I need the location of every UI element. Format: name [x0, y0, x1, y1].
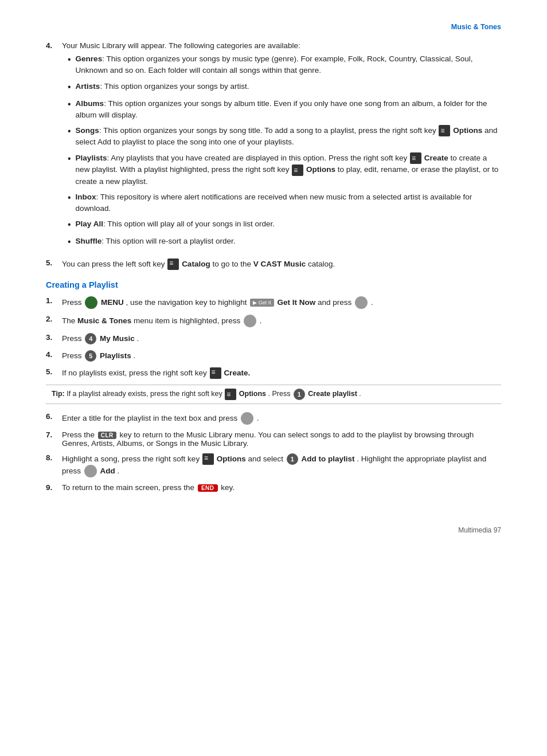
ps2-text1: The: [62, 316, 77, 325]
late-step-9: 9. To return to the main screen, press t…: [46, 483, 501, 492]
inbox-text: : This repository is where alert notific…: [76, 193, 472, 213]
footer-page: 97: [494, 526, 501, 534]
artists-term: Artists: [76, 82, 100, 91]
get-it-now-label: Get It Now: [277, 298, 315, 307]
ps2-content: The Music & Tones menu item is highlight…: [62, 315, 501, 327]
genres-text: : This option organizes your songs by mu…: [76, 54, 473, 75]
playall-term: Play All: [76, 220, 103, 228]
tip-box: Tip: If a playlist already exists, press…: [46, 385, 501, 404]
category-list: Genres: This option organizes your songs…: [68, 53, 501, 249]
tip-num-circle: 1: [294, 389, 305, 400]
ps5-content: If no playlists exist, press the right s…: [62, 367, 501, 379]
ls8-text4: .: [118, 467, 120, 475]
step-5-text3: catalog.: [308, 260, 335, 268]
step-4-content: Your Music Library will appear. The foll…: [62, 41, 501, 253]
ps5-number: 5.: [46, 367, 62, 379]
ps3-text1: Press: [62, 334, 84, 343]
ls8-text2: and select: [248, 455, 285, 463]
section-title: Music & Tones: [451, 23, 501, 31]
footer-label: Multimedia: [458, 526, 491, 534]
ok-icon-1: [355, 296, 368, 309]
ok-icon-3: [241, 412, 253, 425]
ps1-text2: , use the navigation key to highlight: [126, 298, 249, 307]
ps4-number: 4.: [46, 350, 62, 362]
ps2-text3: .: [260, 316, 262, 325]
ps4-text2: .: [134, 351, 136, 360]
shuffle-term: Shuffle: [76, 237, 102, 245]
creating-playlist-heading: Creating a Playlist: [46, 280, 501, 289]
options-icon-3: [202, 453, 214, 465]
step-4-text: Your Music Library will appear. The foll…: [62, 41, 300, 50]
num-1-circle: 1: [287, 453, 298, 465]
ps3-content: Press 4 My Music .: [62, 333, 501, 344]
my-music-label: My Music: [100, 334, 135, 343]
step-5-number: 5.: [46, 258, 62, 270]
create-soft-icon: [210, 367, 221, 379]
ps2-text2: menu item is highlighted, press: [134, 316, 243, 325]
list-item: Albums: This option organizes your songs…: [68, 98, 501, 122]
end-button: END: [198, 484, 218, 492]
create-btn-label: Create.: [224, 369, 250, 377]
list-item: Artists: This option organizes your song…: [68, 81, 501, 94]
tip-text1: If a playlist already exists, press the …: [67, 390, 224, 398]
ps3-text2: .: [137, 334, 139, 343]
late-step-7: 7. Press the CLR key to return to the Mu…: [46, 430, 501, 448]
num-5-circle: 5: [85, 350, 96, 362]
menu-label: MENU: [101, 298, 124, 307]
ls7-text2: key to return to the Music Library menu.…: [62, 430, 474, 448]
ps1-content: Press MENU , use the navigation key to h…: [62, 296, 501, 309]
albums-text: : This option organizes your songs by al…: [76, 99, 487, 119]
ls7-text1: Press the: [62, 430, 97, 439]
ls6-text1: Enter a title for the playlist in the te…: [62, 414, 240, 422]
ps1-text3: and press: [318, 298, 354, 307]
tip-text3: .: [359, 390, 361, 398]
ps5-text1: If no playlists exist, press the right s…: [62, 369, 209, 377]
add-to-playlist-label: Add to playlist: [301, 455, 354, 463]
tip-label: Tip:: [52, 390, 65, 398]
list-item: Play All: This option will play all of y…: [68, 218, 501, 232]
late-step-6: 6. Enter a title for the playlist in the…: [46, 412, 501, 425]
ps4-content: Press 5 Playlists .: [62, 350, 501, 362]
clr-button: CLR: [98, 432, 116, 439]
options-label-2: Options: [306, 165, 335, 174]
list-item: Playlists: Any playlists that you have c…: [68, 152, 501, 187]
inbox-term: Inbox: [76, 193, 96, 201]
shuffle-text: : This option will re-sort a playlist or…: [101, 237, 235, 245]
ls7-number: 7.: [46, 430, 62, 448]
options-label-3: Options: [217, 455, 246, 463]
tip-options-icon: [225, 389, 236, 400]
ok-icon-2: [244, 315, 256, 327]
playlist-step-5: 5. If no playlists exist, press the righ…: [46, 367, 501, 379]
catalog-label: Catalog: [182, 260, 210, 268]
list-item: Shuffle: This option will re-sort a play…: [68, 236, 501, 249]
ls6-number: 6.: [46, 412, 62, 425]
ps1-text1: Press: [62, 298, 84, 307]
playlist-step-1: 1. Press MENU , use the navigation key t…: [46, 296, 501, 309]
ls9-text1: To return to the main screen, press the: [62, 483, 197, 492]
playlists-label: Playlists: [100, 351, 131, 360]
playlists-term: Playlists: [76, 154, 107, 162]
music-tones-label: Music & Tones: [77, 316, 131, 325]
menu-icon: [85, 296, 97, 309]
step-4: 4. Your Music Library will appear. The f…: [46, 41, 501, 253]
create-label: Create: [424, 154, 448, 162]
ls8-content: Highlight a song, press the right soft k…: [62, 453, 501, 477]
options-icon: [439, 125, 450, 136]
songs-term: Songs: [76, 126, 99, 135]
step-5: 5. You can press the left soft key Catal…: [46, 258, 501, 270]
page-footer: Multimedia 97: [46, 526, 501, 534]
albums-term: Albums: [76, 99, 104, 108]
step-5-text2: to go to the: [212, 260, 253, 268]
list-item: Inbox: This repository is where alert no…: [68, 191, 501, 215]
get-it-now-icon: ▶ Get It: [250, 299, 274, 307]
num-4-circle: 4: [85, 333, 96, 344]
tip-create-label: Create playlist: [308, 390, 357, 398]
songs-text: : This option organizes your songs by so…: [99, 126, 439, 135]
ps3-number: 3.: [46, 333, 62, 344]
playlist-step-3: 3. Press 4 My Music .: [46, 333, 501, 344]
playlist-step-2: 2. The Music & Tones menu item is highli…: [46, 315, 501, 327]
options-label: Options: [453, 126, 482, 135]
list-item: Genres: This option organizes your songs…: [68, 53, 501, 77]
options-icon-2: [292, 164, 303, 176]
ps2-number: 2.: [46, 315, 62, 327]
